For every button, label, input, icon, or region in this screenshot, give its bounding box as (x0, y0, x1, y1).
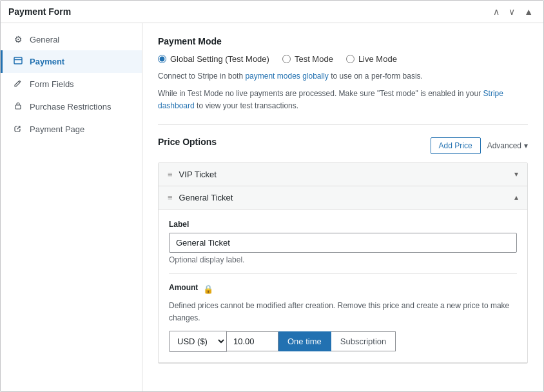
sidebar-item-payment-page[interactable]: Payment Page (1, 118, 142, 141)
radio-test-label: Test Mode (295, 54, 333, 64)
one-time-button[interactable]: One time (278, 331, 331, 351)
vip-ticket-row-left: ≡ VIP Ticket (168, 170, 217, 179)
radio-global-setting[interactable]: Global Setting (Test Mode) (158, 54, 269, 64)
edit-icon (13, 79, 23, 90)
section-divider (158, 124, 528, 125)
amount-warning-content: Defined prices cannot be modified after … (169, 301, 509, 322)
window-header: Payment Form ∧ ∨ ▲ (1, 1, 543, 23)
vip-ticket-name: VIP Ticket (179, 170, 217, 179)
close-button[interactable]: ▲ (521, 6, 536, 17)
general-ticket-collapse-button[interactable]: ▴ (514, 193, 518, 202)
expand-button[interactable]: ∨ (506, 6, 518, 17)
price-options-title: Price Options (158, 137, 217, 147)
window-body: ⚙ General Payment (1, 23, 543, 391)
amount-header: Amount 🔒 (169, 283, 517, 296)
window-title: Payment Form (8, 6, 71, 17)
radio-live-input[interactable] (346, 55, 355, 63)
info1-pre: Connect to Stripe in both (158, 72, 245, 81)
amount-input[interactable] (227, 331, 278, 351)
label-field-hint: Optional display label. (169, 255, 517, 264)
amount-inputs-group: USD ($) One time Subscription (169, 331, 517, 352)
sidebar-item-general[interactable]: ⚙ General (1, 28, 142, 50)
lock-icon (13, 101, 23, 112)
radio-global-input[interactable] (158, 55, 166, 63)
info2-pre: While in Test Mode no live payments are … (158, 89, 483, 98)
window-controls: ∧ ∨ ▲ (491, 6, 536, 17)
payment-form-window: Payment Form ∧ ∨ ▲ ⚙ General Payment (0, 0, 544, 392)
payment-icon (13, 56, 23, 67)
lock-icon: 🔒 (203, 284, 213, 294)
sidebar-item-payment[interactable]: Payment (1, 50, 142, 73)
tickets-container: ≡ VIP Ticket ▾ ≡ General Ticket ▴ (158, 162, 528, 364)
radio-live-label: Live Mode (358, 54, 397, 64)
vip-ticket-expand-button[interactable]: ▾ (514, 170, 518, 179)
sidebar: ⚙ General Payment (1, 23, 142, 391)
svg-rect-2 (15, 105, 21, 109)
subscription-button[interactable]: Subscription (331, 331, 396, 351)
radio-global-label: Global Setting (Test Mode) (170, 54, 269, 64)
general-ticket-row[interactable]: ≡ General Ticket ▴ (159, 186, 527, 210)
svg-rect-0 (14, 57, 22, 64)
info2-post: to view your test transactions. (195, 101, 298, 110)
currency-select[interactable]: USD ($) (169, 331, 227, 352)
sidebar-label-general: General (30, 35, 59, 44)
sidebar-item-form-fields[interactable]: Form Fields (1, 73, 142, 95)
field-divider (169, 273, 517, 274)
sidebar-label-form-fields: Form Fields (30, 79, 74, 89)
sidebar-label-payment: Payment (30, 57, 64, 66)
label-field-input[interactable] (169, 233, 517, 253)
price-options-header: Price Options Add Price Advanced ▾ (158, 137, 528, 155)
main-content: Payment Mode Global Setting (Test Mode) … (142, 23, 543, 391)
info1-post: to use on a per-form basis. (329, 72, 423, 81)
payment-mode-info1: Connect to Stripe in both payment modes … (158, 70, 528, 83)
sidebar-label-purchase-restrictions: Purchase Restrictions (30, 102, 111, 112)
amount-warning-text: Defined prices cannot be modified after … (169, 300, 517, 324)
chevron-down-icon: ▾ (524, 141, 528, 150)
advanced-label: Advanced (487, 141, 521, 150)
general-ticket-row-left: ≡ General Ticket (168, 193, 233, 202)
radio-test-mode[interactable]: Test Mode (282, 54, 333, 64)
payment-mode-info2: While in Test Mode no live payments are … (158, 88, 528, 112)
label-field-label: Label (169, 220, 517, 229)
advanced-dropdown-button[interactable]: Advanced ▾ (487, 141, 528, 150)
radio-live-mode[interactable]: Live Mode (346, 54, 397, 64)
payment-mode-radio-group: Global Setting (Test Mode) Test Mode Liv… (158, 54, 528, 64)
payment-mode-section: Payment Mode Global Setting (Test Mode) … (158, 36, 528, 113)
label-field-group: Label Optional display label. (169, 220, 517, 264)
sidebar-label-payment-page: Payment Page (30, 124, 84, 134)
general-drag-handle: ≡ (168, 193, 173, 202)
general-ticket-expanded-content: Label Optional display label. Amount 🔒 (159, 210, 527, 363)
payment-modes-globally-link[interactable]: payment modes globally (245, 72, 328, 81)
add-price-button[interactable]: Add Price (431, 137, 481, 154)
link-icon (13, 124, 23, 135)
vip-ticket-row[interactable]: ≡ VIP Ticket ▾ (159, 163, 527, 186)
amount-field-group: Amount 🔒 Defined prices cannot be modifi… (169, 283, 517, 352)
sidebar-item-purchase-restrictions[interactable]: Purchase Restrictions (1, 95, 142, 118)
payment-mode-title: Payment Mode (158, 36, 528, 46)
radio-test-input[interactable] (282, 55, 291, 63)
price-options-section: Price Options Add Price Advanced ▾ (158, 137, 528, 364)
gear-icon: ⚙ (13, 34, 23, 44)
general-ticket-name: General Ticket (179, 193, 233, 202)
amount-field-label: Amount (169, 283, 198, 292)
collapse-button[interactable]: ∧ (491, 6, 502, 17)
vip-drag-handle: ≡ (168, 170, 173, 179)
